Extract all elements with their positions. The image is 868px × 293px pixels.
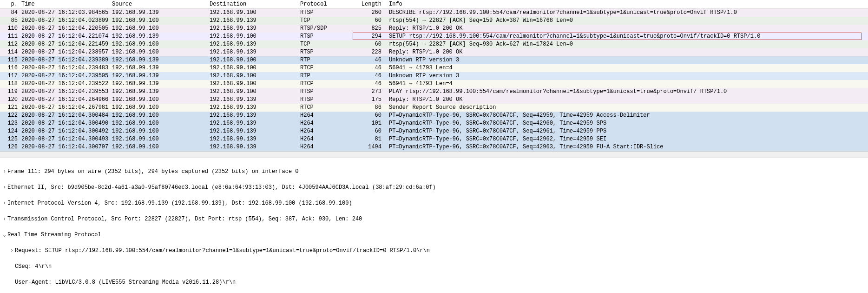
cell[interactable]: 175 xyxy=(354,96,386,104)
cell[interactable]: 2020-08-27 16:12:04.221074 xyxy=(19,33,109,40)
table-row[interactable]: 1142020-08-27 16:12:04.238957192.168.99.… xyxy=(0,48,868,56)
cell[interactable]: 46 xyxy=(354,72,386,80)
cell[interactable]: 192.168.99.100 xyxy=(207,80,297,88)
table-row[interactable]: 1212020-08-27 16:12:04.267981192.168.99.… xyxy=(0,104,868,112)
table-row[interactable]: 1252020-08-27 16:12:04.300493192.168.99.… xyxy=(0,135,868,143)
cell[interactable]: 60 xyxy=(354,17,386,25)
cell[interactable]: 192.168.99.100 xyxy=(207,64,297,72)
cell[interactable]: PT=DynamicRTP-Type-96, SSRC=0x78C0A7CF, … xyxy=(386,127,868,135)
col-header-length[interactable]: Length xyxy=(354,0,386,9)
cell[interactable]: RTSP xyxy=(297,88,354,96)
cell[interactable]: 228 xyxy=(354,48,386,56)
cell[interactable]: 192.168.99.139 xyxy=(109,9,207,17)
cell[interactable]: 192.168.99.139 xyxy=(109,88,207,96)
cell[interactable]: RTP xyxy=(297,56,354,64)
cell[interactable]: rtsp(554) → 22827 [ACK] Seq=930 Ack=627 … xyxy=(386,40,868,48)
table-row[interactable]: 1202020-08-27 16:12:04.264966192.168.99.… xyxy=(0,96,868,104)
cell[interactable]: 2020-08-27 16:12:04.300797 xyxy=(19,143,109,151)
packet-list[interactable]: p. Time Source Destination Protocol Leng… xyxy=(0,0,868,151)
cell[interactable]: 46 xyxy=(354,64,386,72)
cell[interactable]: 110 xyxy=(0,25,19,33)
cell[interactable]: 101 xyxy=(354,120,386,127)
cell[interactable]: 192.168.99.139 xyxy=(207,104,297,112)
cell[interactable]: 60 xyxy=(354,127,386,135)
cell[interactable]: 125 xyxy=(0,135,19,143)
col-header-source[interactable]: Source xyxy=(109,0,207,9)
cell[interactable]: 192.168.99.100 xyxy=(109,120,207,127)
cell[interactable]: SETUP rtsp://192.168.99.100:554/cam/real… xyxy=(386,33,868,40)
cell[interactable]: PT=DynamicRTP-Type-96, SSRC=0x78C0A7CF, … xyxy=(386,112,868,120)
cell[interactable]: 825 xyxy=(354,25,386,33)
table-row[interactable]: 1162020-08-27 16:12:04.239483192.168.99.… xyxy=(0,64,868,72)
cell[interactable]: RTCP xyxy=(297,64,354,72)
cell[interactable]: 192.168.99.139 xyxy=(207,40,297,48)
col-header-protocol[interactable]: Protocol xyxy=(297,0,354,9)
cell[interactable]: 122 xyxy=(0,112,19,120)
table-row[interactable]: 1232020-08-27 16:12:04.300490192.168.99.… xyxy=(0,120,868,127)
cell[interactable]: 2020-08-27 16:12:04.239522 xyxy=(19,80,109,88)
expand-caret-icon[interactable]: › xyxy=(10,247,15,255)
cell[interactable]: 192.168.99.139 xyxy=(207,96,297,104)
cell[interactable]: H264 xyxy=(297,135,354,143)
cell[interactable]: 192.168.99.100 xyxy=(109,96,207,104)
table-row[interactable]: 1102020-08-27 16:12:04.220505192.168.99.… xyxy=(0,25,868,33)
detail-ethernet[interactable]: ›Ethernet II, Src: b9d905be-8c2d-4a61-a3… xyxy=(3,184,865,192)
cell[interactable]: 46 xyxy=(354,80,386,88)
cell[interactable]: 2020-08-27 16:12:04.300492 xyxy=(19,127,109,135)
detail-tcp[interactable]: ›Transmission Control Protocol, Src Port… xyxy=(3,215,865,223)
cell[interactable]: 192.168.99.139 xyxy=(109,33,207,40)
cell[interactable]: 192.168.99.100 xyxy=(109,143,207,151)
cell[interactable]: 60 xyxy=(354,40,386,48)
cell[interactable]: 2020-08-27 16:12:04.300484 xyxy=(19,112,109,120)
detail-request[interactable]: ›Request: SETUP rtsp://192.168.99.100:55… xyxy=(3,247,865,255)
cell[interactable]: H264 xyxy=(297,143,354,151)
cell[interactable]: Reply: RTSP/1.0 200 OK xyxy=(386,96,868,104)
cell[interactable]: 117 xyxy=(0,72,19,80)
cell[interactable]: PT=DynamicRTP-Type-96, SSRC=0x78C0A7CF, … xyxy=(386,135,868,143)
cell[interactable]: 111 xyxy=(0,33,19,40)
cell[interactable]: 126 xyxy=(0,143,19,151)
cell[interactable]: 192.168.99.139 xyxy=(207,17,297,25)
cell[interactable]: 2020-08-27 16:12:04.300490 xyxy=(19,120,109,127)
cell[interactable]: TCP xyxy=(297,17,354,25)
cell[interactable]: 192.168.99.139 xyxy=(109,56,207,64)
cell[interactable]: H264 xyxy=(297,112,354,120)
cell[interactable]: 56941 → 41793 Len=4 xyxy=(386,80,868,88)
table-row[interactable]: 1152020-08-27 16:12:04.239389192.168.99.… xyxy=(0,56,868,64)
expand-caret-icon[interactable]: › xyxy=(3,215,7,223)
cell[interactable]: 124 xyxy=(0,127,19,135)
cell[interactable]: 86 xyxy=(354,104,386,112)
cell[interactable]: H264 xyxy=(297,127,354,135)
table-row[interactable]: 1112020-08-27 16:12:04.221074192.168.99.… xyxy=(0,33,868,40)
cell[interactable]: rtsp(554) → 22827 [ACK] Seq=159 Ack=387 … xyxy=(386,17,868,25)
cell[interactable]: 192.168.99.139 xyxy=(207,143,297,151)
cell[interactable]: 192.168.99.139 xyxy=(109,80,207,88)
table-row[interactable]: 1122020-08-27 16:12:04.221459192.168.99.… xyxy=(0,40,868,48)
packet-details-pane[interactable]: ›Frame 111: 294 bytes on wire (2352 bits… xyxy=(0,158,868,293)
col-header-destination[interactable]: Destination xyxy=(207,0,297,9)
cell[interactable]: 2020-08-27 16:12:04.220505 xyxy=(19,25,109,33)
cell[interactable]: 116 xyxy=(0,64,19,72)
table-row[interactable]: 852020-08-27 16:12:04.023809192.168.99.1… xyxy=(0,17,868,25)
cell[interactable]: 115 xyxy=(0,56,19,64)
table-row[interactable]: 1242020-08-27 16:12:04.300492192.168.99.… xyxy=(0,127,868,135)
table-row[interactable]: 1172020-08-27 16:12:04.239505192.168.99.… xyxy=(0,72,868,80)
cell[interactable]: 85 xyxy=(0,17,19,25)
cell[interactable]: 2020-08-27 16:12:04.264966 xyxy=(19,96,109,104)
cell[interactable]: 81 xyxy=(354,135,386,143)
cell[interactable]: H264 xyxy=(297,120,354,127)
cell[interactable]: 2020-08-27 16:12:04.300493 xyxy=(19,135,109,143)
cell[interactable]: DESCRIBE rtsp://192.168.99.100:554/cam/r… xyxy=(386,9,868,17)
table-row[interactable]: 1182020-08-27 16:12:04.239522192.168.99.… xyxy=(0,80,868,88)
cell[interactable]: 192.168.99.100 xyxy=(109,135,207,143)
table-row[interactable]: 842020-08-27 16:12:03.984565192.168.99.1… xyxy=(0,9,868,17)
cell[interactable]: 121 xyxy=(0,104,19,112)
cell[interactable]: 192.168.99.139 xyxy=(207,120,297,127)
expand-caret-icon[interactable]: › xyxy=(3,200,7,207)
cell[interactable]: 192.168.99.139 xyxy=(207,127,297,135)
detail-ip[interactable]: ›Internet Protocol Version 4, Src: 192.1… xyxy=(3,200,865,207)
detail-cseq[interactable]: CSeq: 4\r\n xyxy=(3,263,865,271)
cell[interactable]: 2020-08-27 16:12:04.023809 xyxy=(19,17,109,25)
cell[interactable]: 192.168.99.100 xyxy=(109,127,207,135)
cell[interactable]: 260 xyxy=(354,9,386,17)
